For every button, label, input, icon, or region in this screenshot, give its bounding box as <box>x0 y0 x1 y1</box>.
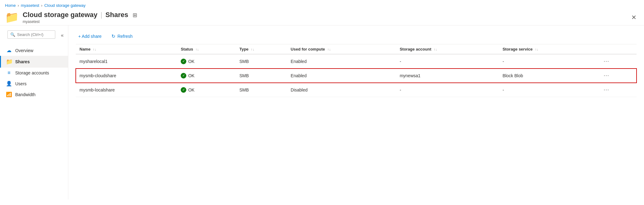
table-row[interactable]: mysmb-localshare ✓OK SMB Disabled - - ··… <box>76 83 637 97</box>
refresh-icon: ↻ <box>111 33 116 39</box>
cell-storage-service: Block Blob <box>499 69 598 83</box>
users-icon: 👤 <box>6 81 12 87</box>
sidebar-item-overview-label: Overview <box>15 48 33 53</box>
cell-storage-service: - <box>499 83 598 97</box>
col-actions <box>598 44 637 54</box>
storage-icon: ≡ <box>6 70 12 76</box>
table-row[interactable]: mysharelocal1 ✓OK SMB Enabled - - ··· <box>76 54 637 69</box>
ok-icon: ✓ <box>181 59 186 64</box>
subtitle: myasetest <box>23 20 137 24</box>
collapse-sidebar-icon[interactable]: « <box>59 32 66 39</box>
breadcrumb: Home › myasetest › Cloud storage gateway <box>0 0 644 10</box>
sidebar-item-storage-label: Storage accounts <box>15 70 49 75</box>
bandwidth-icon: 📶 <box>6 91 12 97</box>
breadcrumb-myasetest[interactable]: myasetest <box>21 3 39 8</box>
sort-service-icon[interactable]: ↑↓ <box>535 47 538 51</box>
sidebar-item-bandwidth-label: Bandwidth <box>15 92 35 97</box>
more-options-button[interactable]: ··· <box>602 72 611 79</box>
cell-storage-account: - <box>396 54 499 69</box>
sidebar-item-overview[interactable]: ☁ Overview <box>0 45 68 56</box>
folder-icon: 📁 <box>5 12 19 23</box>
more-options-button[interactable]: ··· <box>602 86 611 94</box>
shares-table: Name ↑↓ Status ↑↓ Type ↑↓ Used for compu… <box>76 44 637 97</box>
col-status: Status ↑↓ <box>177 44 236 54</box>
sidebar-item-users[interactable]: 👤 Users <box>0 78 68 89</box>
cell-status: ✓OK <box>177 69 236 83</box>
sidebar-item-users-label: Users <box>15 81 27 86</box>
cell-name: mysmb-cloudshare <box>76 69 177 83</box>
col-storage-account: Storage account ↑↓ <box>396 44 499 54</box>
col-used-for-compute: Used for compute ↑↓ <box>287 44 396 54</box>
sidebar-item-storage-accounts[interactable]: ≡ Storage accounts <box>0 68 68 78</box>
add-share-label: + Add share <box>78 34 102 39</box>
page-title: Cloud storage gateway <box>23 11 98 19</box>
cell-name: mysharelocal1 <box>76 54 177 69</box>
ok-icon: ✓ <box>181 87 186 93</box>
cell-status: ✓OK <box>177 83 236 97</box>
cell-type: SMB <box>236 69 287 83</box>
table-row[interactable]: mysmb-cloudshare ✓OK SMB Enabled mynewsa… <box>76 69 637 83</box>
sort-compute-icon[interactable]: ↑↓ <box>327 47 331 51</box>
cell-more: ··· <box>598 83 637 97</box>
more-options-button[interactable]: ··· <box>602 57 611 65</box>
sidebar-item-bandwidth[interactable]: 📶 Bandwidth <box>0 89 68 100</box>
cell-type: SMB <box>236 54 287 69</box>
cell-compute: Enabled <box>287 69 396 83</box>
breadcrumb-home[interactable]: Home <box>5 3 16 8</box>
close-button[interactable]: ✕ <box>629 12 639 22</box>
cell-more: ··· <box>598 54 637 69</box>
sidebar-item-shares[interactable]: 📁 Shares <box>0 56 68 68</box>
sidebar-item-shares-label: Shares <box>15 59 30 64</box>
sort-storage-icon[interactable]: ↑↓ <box>434 47 437 51</box>
add-share-button[interactable]: + Add share <box>76 33 104 40</box>
search-icon: 🔍 <box>10 32 15 37</box>
cell-storage-account: - <box>396 83 499 97</box>
sort-name-icon[interactable]: ↑↓ <box>93 47 96 51</box>
search-input[interactable] <box>17 32 52 37</box>
cell-compute: Enabled <box>287 54 396 69</box>
sort-type-icon[interactable]: ↑↓ <box>251 47 254 51</box>
page-section: Shares <box>106 11 128 19</box>
cell-type: SMB <box>236 83 287 97</box>
cell-name: mysmb-localshare <box>76 83 177 97</box>
cell-storage-service: - <box>499 54 598 69</box>
page-header: 📁 Cloud storage gateway | Shares ⊞ myase… <box>0 10 644 25</box>
sort-status-icon[interactable]: ↑↓ <box>196 47 199 51</box>
breadcrumb-current[interactable]: Cloud storage gateway <box>44 3 86 8</box>
toolbar: + Add share ↻ Refresh <box>76 29 637 44</box>
print-icon[interactable]: ⊞ <box>133 12 137 19</box>
refresh-button[interactable]: ↻ Refresh <box>109 32 135 40</box>
col-name: Name ↑↓ <box>76 44 177 54</box>
cell-status: ✓OK <box>177 54 236 69</box>
main-content: + Add share ↻ Refresh Name ↑↓ Status ↑↓ <box>68 25 644 199</box>
search-box[interactable]: 🔍 <box>7 30 55 39</box>
sidebar: 🔍 « ☁ Overview 📁 Shares ≡ Storage accoun… <box>0 25 68 199</box>
overview-icon: ☁ <box>6 47 12 53</box>
cell-more: ··· <box>598 69 637 83</box>
col-type: Type ↑↓ <box>236 44 287 54</box>
ok-icon: ✓ <box>181 73 186 78</box>
cell-storage-account: mynewsa1 <box>396 69 499 83</box>
cell-compute: Disabled <box>287 83 396 97</box>
refresh-label: Refresh <box>117 34 133 39</box>
shares-icon: 📁 <box>6 58 12 65</box>
col-storage-service: Storage service ↑↓ <box>499 44 598 54</box>
